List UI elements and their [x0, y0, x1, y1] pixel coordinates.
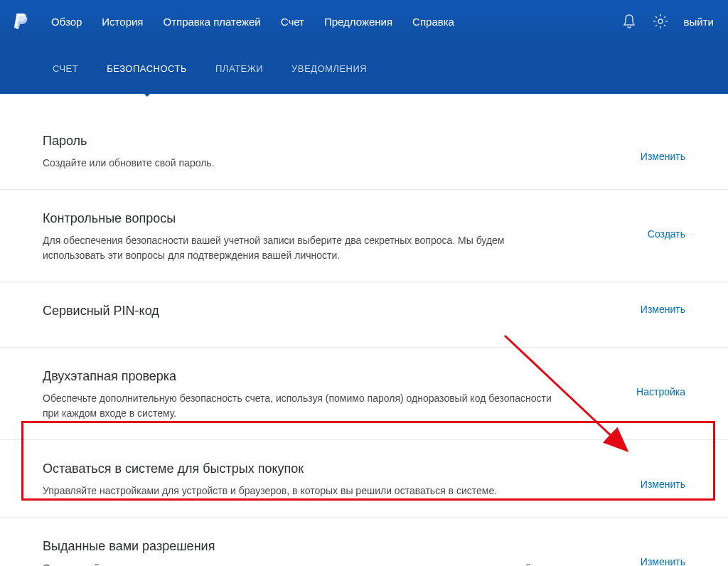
permissions-change-link[interactable]: Изменить	[641, 539, 685, 566]
section-password: Пароль Создайте или обновите свой пароль…	[0, 94, 728, 190]
nav-overview[interactable]: Обзор	[51, 16, 82, 28]
settings-subnav: СЧЕТ БЕЗОПАСНОСТЬ ПЛАТЕЖИ УВЕДОМЛЕНИЯ	[0, 43, 728, 94]
logout-link[interactable]: выйти	[684, 16, 714, 28]
service-pin-change-link[interactable]: Изменить	[641, 304, 685, 315]
section-title: Сервисный PIN-код	[43, 304, 569, 319]
subnav-account[interactable]: СЧЕТ	[53, 63, 78, 74]
section-two-step-verification: Двухэтапная проверка Обеспечьте дополнит…	[0, 348, 728, 440]
section-permissions: Выданные вами разрешения Отслеживайте да…	[0, 518, 728, 566]
main-header: Обзор История Отправка платежей Счет Пре…	[0, 0, 728, 43]
svg-point-0	[658, 19, 663, 23]
security-questions-create-link[interactable]: Создать	[648, 211, 685, 240]
nav-account[interactable]: Счет	[281, 16, 304, 28]
section-security-questions: Контрольные вопросы Для обеспечения безо…	[0, 190, 728, 282]
section-desc: Управляйте настройками для устройств и б…	[43, 484, 569, 498]
section-title: Контрольные вопросы	[43, 211, 569, 226]
nav-send-payments[interactable]: Отправка платежей	[164, 16, 261, 28]
section-stay-logged-in: Оставаться в системе для быстрых покупок…	[0, 440, 728, 518]
section-title: Выданные вами разрешения	[43, 539, 569, 554]
settings-gear-icon[interactable]	[653, 14, 668, 29]
nav-history[interactable]: История	[102, 16, 143, 28]
subnav-security[interactable]: БЕЗОПАСНОСТЬ	[107, 63, 187, 74]
security-settings-content: Пароль Создайте или обновите свой пароль…	[0, 94, 728, 566]
section-desc: Обеспечьте дополнительную безопасность с…	[43, 391, 569, 421]
nav-help[interactable]: Справка	[412, 16, 454, 28]
section-service-pin: Сервисный PIN-код Изменить	[0, 282, 728, 348]
paypal-logo-icon[interactable]	[13, 12, 28, 31]
section-title: Оставаться в системе для быстрых покупок	[43, 461, 569, 476]
notifications-icon[interactable]	[621, 14, 637, 29]
subnav-payments[interactable]: ПЛАТЕЖИ	[215, 63, 263, 74]
section-title: Пароль	[43, 134, 569, 149]
section-title: Двухэтапная проверка	[43, 369, 569, 384]
password-change-link[interactable]: Изменить	[641, 134, 685, 162]
section-desc: Отслеживайте данные и разрешения, которы…	[43, 561, 569, 566]
two-step-setup-link[interactable]: Настройка	[636, 369, 685, 397]
primary-nav: Обзор История Отправка платежей Счет Пре…	[51, 16, 621, 28]
header-right: выйти	[621, 14, 714, 29]
section-desc: Для обеспечения безопасности вашей учетн…	[43, 233, 569, 263]
subnav-notifications[interactable]: УВЕДОМЛЕНИЯ	[291, 63, 367, 74]
section-desc: Создайте или обновите свой пароль.	[43, 156, 569, 171]
nav-offers[interactable]: Предложения	[324, 16, 392, 28]
stay-logged-in-change-link[interactable]: Изменить	[641, 461, 685, 490]
